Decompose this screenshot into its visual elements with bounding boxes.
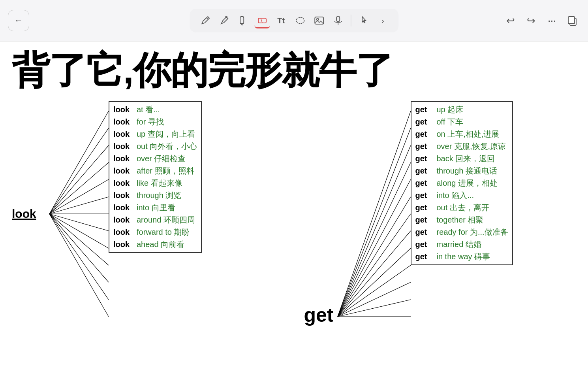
undo-button[interactable]: ↩: [503, 13, 518, 28]
more-tools-button[interactable]: ›: [375, 13, 391, 28]
svg-line-12: [49, 145, 109, 214]
get-phrases-box: getup 起床getoff 下车geton 上车,相处,进展getover 克…: [411, 101, 513, 265]
redo-button[interactable]: ↪: [523, 13, 539, 28]
get-phrase: ready for 为...做准备: [437, 226, 508, 238]
text-tool[interactable]: Tt: [273, 13, 289, 28]
pencil-tool[interactable]: [197, 13, 213, 28]
look-phrase: into 向里看: [137, 202, 175, 214]
look-row: lookahead 向前看: [113, 238, 197, 251]
look-base-word: look: [113, 140, 135, 153]
get-row: geton 上车,相处,进展: [415, 128, 508, 140]
look-phrases-box: lookat 看...lookfor 寻找lookup 查阅，向上看lookou…: [109, 101, 202, 253]
pen-tool[interactable]: [216, 13, 232, 28]
get-phrase: off 下车: [437, 116, 463, 128]
svg-line-15: [49, 197, 109, 214]
get-base-word: get: [415, 214, 435, 226]
get-phrase: together 相聚: [437, 214, 484, 226]
look-row: lookover 仔细检查: [113, 153, 197, 165]
look-row: lookout 向外看，小心: [113, 140, 197, 153]
svg-line-22: [49, 214, 109, 317]
copy-button[interactable]: [564, 13, 580, 28]
get-phrase: out 出去，离开: [437, 202, 489, 214]
main-title: 背了它,你的完形就牛了: [12, 49, 576, 91]
svg-line-28: [338, 197, 411, 317]
mic-tool[interactable]: [330, 13, 346, 28]
look-phrase: over 仔细检查: [137, 153, 186, 165]
main-content: 背了它,你的完形就牛了 look: [0, 42, 588, 368]
back-button[interactable]: ←: [8, 10, 29, 31]
get-phrase: up 起床: [437, 104, 464, 116]
get-phrase: along 进展，相处: [437, 177, 498, 189]
svg-line-33: [338, 282, 411, 317]
look-row: looklike 看起来像: [113, 177, 197, 189]
toolbar: ←: [0, 0, 588, 42]
look-row: lookafter 照顾，照料: [113, 165, 197, 177]
look-row: lookat 看...: [113, 104, 197, 116]
get-row: getinto 陷入...: [415, 189, 508, 202]
svg-line-10: [49, 111, 109, 214]
look-row: lookaround 环顾四周: [113, 214, 197, 226]
look-base-word: look: [113, 153, 135, 165]
svg-point-3: [296, 17, 304, 24]
get-phrase: through 接通电话: [437, 165, 497, 177]
look-phrase: around 环顾四周: [137, 214, 195, 226]
get-base-word: get: [415, 189, 435, 202]
get-base-word: get: [415, 165, 435, 177]
get-phrase: married 结婚: [437, 238, 481, 251]
get-base-word: get: [415, 140, 435, 153]
get-row: getalong 进展，相处: [415, 177, 508, 189]
get-row: getback 回来，返回: [415, 153, 508, 165]
toolbar-right: ↩ ↪ ···: [503, 13, 580, 28]
look-row: lookinto 向里看: [113, 202, 197, 214]
get-phrase: over 克服,恢复,原谅: [437, 140, 506, 153]
look-phrase: at 看...: [137, 104, 160, 116]
look-phrase: ahead 向前看: [137, 238, 184, 251]
eraser-tool[interactable]: [254, 13, 270, 28]
get-row: getup 起床: [415, 104, 508, 116]
back-icon: ←: [14, 15, 23, 26]
get-row: gettogether 相聚: [415, 214, 508, 226]
marker-tool[interactable]: [235, 13, 251, 28]
get-row: getoff 下车: [415, 116, 508, 128]
look-row: lookforward to 期盼: [113, 226, 197, 238]
get-row: getmarried 结婚: [415, 238, 508, 251]
svg-rect-9: [568, 17, 575, 24]
right-column: get getup 起床getoff 下车geton 上车,相处,进展getov…: [300, 101, 577, 326]
look-phrase: after 照顾，照料: [137, 165, 194, 177]
svg-point-5: [316, 19, 318, 21]
svg-line-29: [338, 214, 411, 317]
image-tool[interactable]: [311, 13, 327, 28]
pointer-tool[interactable]: [356, 13, 372, 28]
left-column: look: [12, 101, 288, 326]
look-phrase: like 看起来像: [137, 177, 182, 189]
look-phrase: for 寻找: [137, 116, 164, 128]
svg-line-20: [49, 214, 109, 282]
get-base-word: get: [415, 251, 435, 263]
get-phrase: back 回来，返回: [437, 153, 495, 165]
look-base-word: look: [113, 226, 135, 238]
svg-line-23: [338, 111, 411, 317]
get-base-word: get: [415, 153, 435, 165]
look-row: lookfor 寻找: [113, 116, 197, 128]
look-base-word: look: [113, 189, 135, 202]
lasso-tool[interactable]: [292, 13, 308, 28]
svg-line-19: [49, 214, 109, 265]
look-base-word: look: [113, 177, 135, 189]
more-options-button[interactable]: ···: [544, 13, 560, 28]
get-row: getthrough 接通电话: [415, 165, 508, 177]
look-base-word: look: [113, 128, 135, 140]
svg-line-24: [338, 128, 411, 317]
columns-container: look: [12, 101, 576, 326]
get-base-word: get: [415, 202, 435, 214]
get-row: getout 出去，离开: [415, 202, 508, 214]
toolbar-divider: [351, 15, 351, 26]
get-base-word: get: [415, 177, 435, 189]
get-phrase: in the way 碍事: [437, 251, 490, 263]
right-anchor-word: get: [304, 304, 334, 326]
svg-line-26: [338, 162, 411, 317]
get-phrase: into 陷入...: [437, 189, 474, 202]
look-phrase: up 查阅，向上看: [137, 128, 195, 140]
left-anchor-word: look: [12, 207, 36, 221]
look-phrase: through 浏览: [137, 189, 181, 202]
get-row: getready for 为...做准备: [415, 226, 508, 238]
